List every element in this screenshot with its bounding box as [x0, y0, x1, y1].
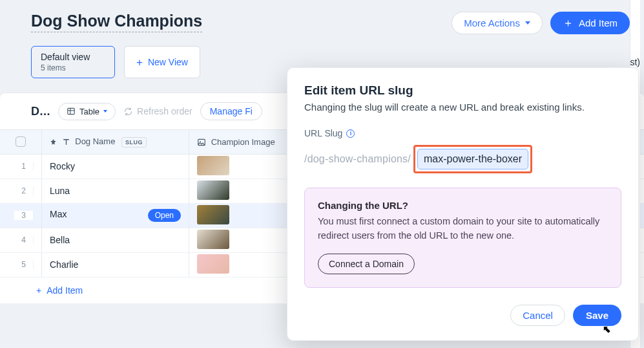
- row-index: 3: [14, 211, 34, 220]
- drag-handle-icon[interactable]: ⋮⋮: [8, 239, 14, 242]
- slug-input[interactable]: [417, 149, 528, 169]
- pin-icon: [50, 138, 57, 146]
- cell-name[interactable]: Luna: [42, 179, 189, 203]
- side-text-fragment: st): [630, 57, 640, 67]
- page-title[interactable]: Dog Show Champions: [31, 12, 202, 32]
- image-icon: [197, 138, 206, 147]
- open-badge[interactable]: Open: [148, 209, 181, 222]
- add-item-row-label: Add Item: [47, 285, 83, 296]
- cell-name[interactable]: Charlie: [42, 252, 189, 277]
- collection-title-truncated: D...: [31, 105, 50, 118]
- new-view-label: New View: [148, 57, 188, 67]
- view-mode-dropdown[interactable]: Table: [58, 103, 116, 120]
- manage-fields-button[interactable]: Manage Fi: [200, 102, 262, 120]
- cancel-button[interactable]: Cancel: [510, 305, 565, 326]
- save-button[interactable]: Save ⬉: [573, 305, 621, 326]
- cell-name[interactable]: Rocky: [42, 154, 189, 179]
- modal-subtitle: Changing the slug will create a new URL …: [304, 102, 621, 113]
- text-icon: [62, 138, 70, 146]
- row-index: 1: [14, 162, 34, 171]
- view-tab-count: 5 items: [41, 63, 105, 72]
- save-button-label: Save: [586, 310, 608, 321]
- plus-icon: +: [136, 57, 143, 68]
- drag-handle-icon[interactable]: ⋮⋮: [8, 214, 14, 217]
- chevron-down-icon: [525, 21, 530, 25]
- refresh-label: Refresh order: [137, 106, 192, 116]
- drag-handle-icon[interactable]: ⋮⋮: [8, 165, 14, 168]
- column-name-label: Dog Name: [75, 136, 115, 146]
- chevron-down-icon: [103, 110, 107, 113]
- cell-name-text: Max: [50, 209, 67, 219]
- url-slug-field-label: URL Slug i: [304, 128, 621, 138]
- image-thumbnail: [197, 205, 229, 224]
- slug-input-highlight: [413, 145, 532, 173]
- svg-rect-0: [68, 108, 75, 114]
- modal-title: Edit item URL slug: [304, 83, 621, 98]
- cursor-icon: ⬉: [603, 323, 611, 335]
- add-item-button[interactable]: ＋ Add Item: [550, 12, 630, 34]
- drag-handle-icon[interactable]: ⋮⋮: [8, 263, 14, 266]
- refresh-order-button[interactable]: Refresh order: [123, 106, 192, 116]
- svg-point-4: [200, 141, 201, 142]
- cell-name[interactable]: Bella: [42, 228, 189, 252]
- info-icon[interactable]: i: [346, 129, 355, 138]
- view-tab-name: Default view: [41, 52, 105, 62]
- more-actions-button[interactable]: More Actions: [452, 12, 543, 34]
- drag-handle-icon[interactable]: ⋮⋮: [8, 190, 14, 193]
- row-index: 5: [14, 260, 34, 269]
- image-thumbnail: [197, 156, 229, 175]
- checkbox-icon: [16, 136, 26, 147]
- column-image-label: Champion Image: [211, 137, 275, 147]
- row-index: 4: [14, 235, 34, 245]
- more-actions-label: More Actions: [464, 17, 520, 28]
- image-thumbnail: [197, 180, 229, 200]
- view-tab-default[interactable]: Default view 5 items: [31, 46, 115, 78]
- domain-callout: Changing the URL? You must first connect…: [304, 188, 621, 288]
- callout-body: You must first connect a custom domain t…: [318, 215, 608, 243]
- add-item-label: Add Item: [579, 17, 618, 28]
- callout-title: Changing the URL?: [318, 200, 608, 211]
- row-index: 2: [14, 186, 34, 195]
- column-header-name[interactable]: Dog Name SLUG: [42, 130, 189, 155]
- new-view-button[interactable]: + New View: [124, 46, 200, 78]
- field-label-text: URL Slug: [304, 128, 342, 138]
- image-thumbnail: [197, 230, 229, 249]
- select-all-header[interactable]: [0, 130, 42, 155]
- refresh-icon: [123, 107, 133, 116]
- slug-prefix: /dog-show-champions/: [304, 153, 411, 165]
- plus-icon: ＋: [563, 17, 574, 28]
- slug-badge: SLUG: [121, 137, 147, 147]
- table-icon: [67, 107, 76, 116]
- connect-domain-button[interactable]: Connect a Domain: [318, 254, 415, 274]
- image-thumbnail: [197, 254, 229, 274]
- plus-icon: +: [36, 285, 41, 296]
- edit-slug-modal: Edit item URL slug Changing the slug wil…: [287, 67, 639, 341]
- view-mode-label: Table: [79, 107, 99, 116]
- cell-name[interactable]: MaxOpen: [42, 203, 189, 228]
